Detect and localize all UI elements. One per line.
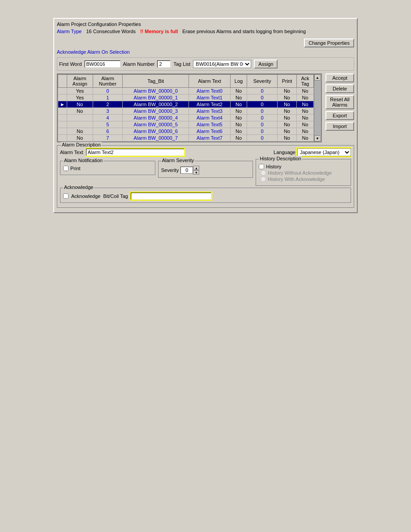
acknowledge-ack-label: Acknowledge: [71, 193, 100, 199]
history-label: History: [266, 164, 281, 169]
table-row[interactable]: Yes1Alarm BW_00000_1Alarm Text1No0NoNo: [58, 94, 314, 101]
history-without-ack-label: History Without Acknowledge: [268, 170, 331, 176]
col-tag-bit: Tag_Bit: [123, 75, 189, 88]
delete-button[interactable]: Delete: [325, 84, 354, 93]
first-word-input[interactable]: [85, 60, 120, 68]
history-checkbox[interactable]: [259, 164, 264, 169]
table-row[interactable]: No7Alarm BW_00000_7Alarm Text7No0NoNo: [58, 135, 314, 142]
main-panel: Alarm Project Configuration Properties A…: [53, 18, 358, 213]
panel-title: Alarm Project Configuration Properties: [57, 21, 354, 27]
print-label: Print: [70, 166, 81, 171]
first-word-label: First Word: [59, 61, 82, 67]
table-scrollbar[interactable]: ▲ ▼: [314, 74, 321, 142]
bit-coil-input[interactable]: [131, 193, 211, 200]
history-desc-label: History Description: [259, 156, 302, 161]
severity-label: Severity: [161, 167, 179, 173]
erase-text: Erase previous Alarms and starts logging…: [182, 29, 306, 34]
col-indicator: [58, 75, 67, 88]
alarm-number-label: Alarm Number: [123, 61, 155, 67]
acknowledge-group: Acknowledge Acknowledge Bit/Coil Tag: [60, 188, 351, 203]
alarm-number-input[interactable]: [157, 60, 171, 68]
col-log: Log: [230, 75, 247, 88]
acknowledge-label: Acknowledge Alarm On Selection: [57, 49, 130, 55]
table-row[interactable]: 5Alarm BW_00000_5Alarm Text5No0NoNo: [58, 121, 314, 128]
severity-up-btn[interactable]: ▲: [193, 166, 199, 170]
alarm-notification-group: Alarm Notification Print: [60, 161, 155, 175]
assign-button[interactable]: Assign: [254, 60, 278, 69]
alarm-table: AlarmAssign AlarmNumber Tag_Bit Alarm Te…: [58, 74, 314, 142]
table-row[interactable]: ►No2Alarm BW_00000_2Alarm Text2No0NoNo: [58, 101, 314, 108]
scroll-up-btn[interactable]: ▲: [314, 74, 321, 81]
alarm-severity-group-label: Alarm Severity: [161, 158, 195, 163]
acknowledge-checkbox[interactable]: [63, 193, 68, 199]
bit-coil-label: Bit/Coil Tag: [103, 193, 128, 199]
memory-full: !! Memory is full: [140, 29, 178, 34]
alarm-type-value: 16 Consecutive Words: [86, 29, 135, 34]
reset-all-alarms-button[interactable]: Reset All Alarms: [325, 95, 354, 109]
scroll-down-btn[interactable]: ▼: [314, 135, 321, 142]
tag-list-dropdown[interactable]: BW0016(Alarm BW 000: [193, 60, 251, 68]
right-button-panel: Accept Delete Reset All Alarms Export Im…: [325, 73, 354, 142]
alarm-desc-section-label: Alarm Description: [61, 142, 102, 147]
language-label: Language: [274, 150, 295, 155]
tag-list-label: Tag List: [173, 61, 190, 67]
alarm-text-input[interactable]: [86, 149, 184, 156]
alarm-notification-label: Alarm Notification: [63, 158, 103, 163]
severity-input[interactable]: [180, 167, 193, 174]
col-print: Print: [277, 75, 297, 88]
language-dropdown[interactable]: Japanese (Japan): [297, 148, 351, 156]
severity-down-btn[interactable]: ▼: [193, 170, 199, 175]
table-row[interactable]: Yes0Alarm BW_00000_0Alarm Text0No0NoNo: [58, 88, 314, 94]
export-button[interactable]: Export: [325, 111, 354, 120]
scroll-track: [314, 81, 321, 135]
alarm-text-label: Alarm Text: [60, 150, 83, 155]
history-without-ack-radio[interactable]: [261, 170, 266, 176]
col-alarm-number: AlarmNumber: [93, 75, 122, 88]
col-severity: Severity: [247, 75, 277, 88]
history-with-ack-radio[interactable]: [261, 176, 266, 182]
alarm-severity-group: Alarm Severity Severity ▲ ▼: [158, 161, 253, 178]
print-checkbox[interactable]: [63, 166, 68, 171]
table-row[interactable]: No3Alarm BW_00000_3Alarm Text3No0NoNo: [58, 108, 314, 115]
import-button[interactable]: Import: [325, 122, 354, 131]
col-alarm-assign: AlarmAssign: [67, 75, 93, 88]
col-ack-tag: AckTag: [297, 75, 314, 88]
col-alarm-text: Alarm Text: [189, 75, 230, 88]
history-with-ack-label: History With Acknowledge: [268, 176, 325, 182]
table-row[interactable]: No6Alarm BW_00000_6Alarm Text6No0NoNo: [58, 128, 314, 135]
alarm-type-label: Alarm Type: [57, 29, 81, 34]
alarm-description-section: Alarm Description Alarm Text Language Ja…: [57, 145, 354, 208]
change-properties-button[interactable]: Change Properties: [304, 39, 354, 47]
accept-button[interactable]: Accept: [325, 73, 354, 82]
acknowledge-group-label: Acknowledge: [63, 184, 94, 190]
table-row[interactable]: 4Alarm BW_00000_4Alarm Text4No0NoNo: [58, 115, 314, 121]
history-description-group: History Description History History With…: [256, 159, 351, 186]
